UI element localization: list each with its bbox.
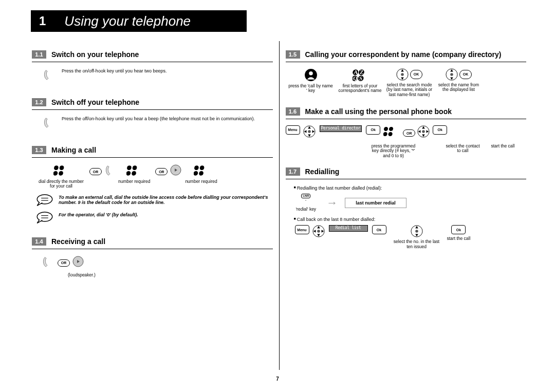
or-pill: OR <box>89 168 102 175</box>
keypad-icon: number required <box>185 164 217 184</box>
section-1-7-header: 1.7 Redialling <box>286 167 527 176</box>
note-2: For the operator, dial '0' (by default). <box>36 211 269 224</box>
section-number: 1.2 <box>32 98 46 106</box>
keypad-icon: number required <box>118 164 150 184</box>
ok-button-block: Ok <box>372 225 386 234</box>
call-by-name-icon: press the 'call by name ' key <box>288 68 334 94</box>
chapter-banner: 1 Using your telephone <box>31 10 247 32</box>
hook-icon <box>41 255 52 269</box>
section-1-4-header: 1.4 Receiving a call <box>32 237 273 246</box>
note-bubble-icon <box>36 211 53 224</box>
section-number: 1.1 <box>32 50 46 59</box>
result-box: last number redial <box>345 198 406 208</box>
speaker-icon <box>170 164 182 176</box>
nav-icon: OK select the search mode (by last name,… <box>386 68 433 97</box>
nav-icon: select the no. in the last ten issued <box>394 225 440 249</box>
ok-button: Ok <box>372 225 386 234</box>
right-column: 1.5 Calling your correspondent by name (… <box>282 41 531 375</box>
section-1-2-header: 1.2 Switch off your telephone <box>32 98 273 106</box>
lcd-display: Personal director <box>319 125 363 132</box>
section-title: Making a call <box>51 146 273 154</box>
keypad-icon: dial directly the number for your call <box>38 164 84 189</box>
or-pill: OR <box>155 168 168 175</box>
ok-button-block: Ok <box>366 125 380 135</box>
menu-button: Menu <box>286 125 300 135</box>
column-divider <box>279 41 280 370</box>
menu-button: Menu <box>295 225 309 234</box>
menu-button-block: Menu <box>286 125 300 135</box>
section-number: 1.5 <box>286 50 300 59</box>
loudspeaker-caption: (loudspeaker.) <box>68 273 114 277</box>
ok-button-block: Ok <box>433 125 447 135</box>
nav-icon <box>417 125 430 138</box>
nav-icon <box>303 125 316 138</box>
section-title: Switch on your telephone <box>51 50 273 59</box>
section-number: 1.4 <box>32 237 46 246</box>
section-number: 1.3 <box>32 146 46 154</box>
lnr-button-block: LNR◦ 'redial' key <box>296 194 317 212</box>
ok-button: Ok <box>451 225 466 234</box>
ok-button: OK <box>459 70 472 79</box>
chapter-number: 1 <box>39 14 46 28</box>
bullet-last-8: Call back on the last 8 number dialled: <box>294 217 527 222</box>
speaker-icon <box>72 255 84 268</box>
arrow-icon: → <box>326 196 338 210</box>
bullet-redial-last: Redialling the last number dialled (redi… <box>294 185 527 191</box>
section-1-1-text: Press the on/off-hook key until you hear… <box>62 68 166 74</box>
page: 1 Using your telephone 1.1 Switch on you… <box>0 0 555 392</box>
note-bubble-icon <box>36 193 53 207</box>
section-1-1-header: 1.1 Switch on your telephone <box>32 50 273 59</box>
hook-icon <box>42 116 53 129</box>
letters-icon: first letters of your correspondent's na… <box>337 68 383 94</box>
chapter-title: Using your telephone <box>64 13 191 29</box>
section-title: Redialling <box>305 167 527 176</box>
page-number: 7 <box>0 376 555 382</box>
note-1: To make an external call, dial the outsi… <box>36 193 269 207</box>
section-1-2-text: Press the off/on-hook key until you hear… <box>62 116 255 122</box>
ok-button-block: Ok start the call <box>447 225 471 241</box>
section-title: Switch off your telephone <box>51 98 273 106</box>
menu-button-block: Menu <box>295 225 309 234</box>
lcd-display: Redial list <box>328 225 369 232</box>
section-title: Calling your correspondent by name (comp… <box>305 50 527 59</box>
keypad-icon <box>383 125 398 138</box>
section-number: 1.7 <box>286 167 300 176</box>
left-column: 1.1 Switch on your telephone Press the o… <box>28 41 277 375</box>
section-1-3-header: 1.3 Making a call <box>32 146 273 154</box>
nav-icon <box>312 225 325 237</box>
ok-button: Ok <box>433 125 447 135</box>
section-title: Receiving a call <box>51 237 273 246</box>
ok-button: OK <box>410 70 422 79</box>
ok-button: Ok <box>366 125 380 135</box>
section-number: 1.6 <box>286 107 300 116</box>
hook-icon <box>42 68 53 82</box>
section-1-5-header: 1.5 Calling your correspondent by name (… <box>286 50 527 59</box>
or-pill: OR <box>58 259 70 267</box>
lnr-button: LNR◦ <box>300 194 311 205</box>
or-pill: OR <box>403 129 415 137</box>
section-title: Make a call using the personal phone boo… <box>305 107 527 116</box>
section-1-6-header: 1.6 Make a call using the personal phone… <box>286 107 527 116</box>
hook-icon <box>104 164 115 177</box>
nav-icon: OK select the name from the displayed li… <box>436 68 482 92</box>
